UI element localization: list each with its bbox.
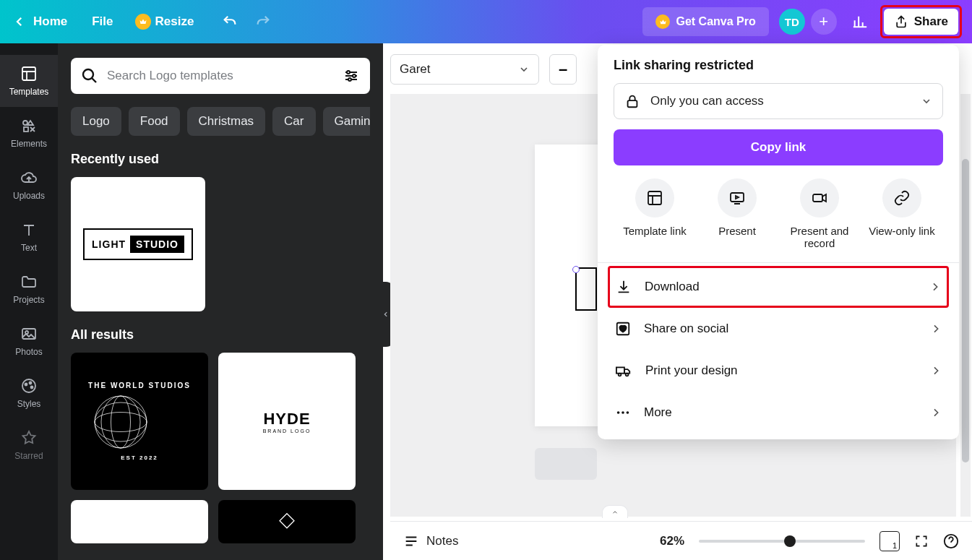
template-item[interactable] (218, 500, 356, 543)
chevron-right-icon (930, 323, 942, 335)
template-hyde[interactable]: HYDE BRAND LOGO (218, 353, 356, 490)
templates-panel: Logo Food Christmas Car Gaming Recently … (58, 43, 383, 560)
template-text: THE WORLD STUDIOS (88, 382, 191, 389)
svg-point-7 (30, 382, 32, 384)
share-button-highlight: Share (880, 5, 962, 38)
styles-icon (20, 377, 38, 395)
rail-uploads[interactable]: Uploads (0, 159, 58, 211)
user-avatar[interactable]: TD (779, 9, 805, 35)
share-social-label: Share on social (644, 322, 728, 336)
download-button[interactable]: Download (608, 266, 949, 308)
chip-logo[interactable]: Logo (71, 107, 121, 136)
share-opt-label: Template link (623, 225, 687, 237)
svg-point-15 (111, 396, 131, 448)
rail-elements[interactable]: Elements (0, 107, 58, 159)
truck-icon (615, 363, 632, 379)
rail-templates[interactable]: Templates (0, 55, 58, 107)
svg-point-11 (353, 74, 356, 77)
record-icon (811, 189, 828, 207)
rail-label: Elements (11, 139, 47, 149)
access-selector[interactable]: Only you can access (614, 83, 943, 119)
resize-label: Resize (155, 14, 194, 29)
svg-rect-0 (22, 67, 35, 80)
more-button[interactable]: More (614, 392, 943, 434)
fullscreen-button[interactable] (914, 534, 929, 548)
vertical-scrollbar[interactable] (960, 94, 971, 517)
add-page-button[interactable] (535, 448, 597, 480)
chip-gaming[interactable]: Gaming (323, 107, 371, 136)
uploads-icon (20, 169, 38, 186)
download-label: Download (645, 280, 700, 294)
help-button[interactable] (943, 533, 959, 549)
share-present[interactable]: Present (697, 178, 777, 249)
link-icon (893, 189, 911, 207)
expand-pages-button[interactable] (602, 505, 628, 518)
search-input[interactable] (107, 69, 334, 83)
share-button[interactable]: Share (884, 9, 958, 35)
notes-button[interactable]: Notes (403, 533, 458, 549)
notes-label: Notes (426, 534, 458, 548)
svg-point-12 (348, 78, 351, 81)
svg-rect-18 (628, 100, 637, 107)
rail-styles[interactable]: Styles (0, 367, 58, 419)
svg-point-9 (83, 69, 93, 79)
photos-icon (20, 325, 38, 343)
topbar: Home File Resize Get Canva Pro TD + Shar… (0, 0, 972, 43)
back-icon[interactable] (10, 12, 29, 31)
selection-handle[interactable] (572, 266, 580, 273)
download-icon (616, 279, 632, 295)
file-menu[interactable]: File (92, 14, 113, 29)
canvas-element[interactable] (575, 267, 597, 311)
notes-icon (403, 533, 419, 549)
template-text: BRAND LOGO (263, 428, 311, 434)
svg-point-10 (347, 71, 350, 74)
rail-projects[interactable]: Projects (0, 263, 58, 315)
add-member-button[interactable]: + (811, 9, 837, 35)
filter-icon[interactable] (343, 67, 360, 85)
resize-button[interactable]: Resize (135, 14, 194, 30)
copy-link-button[interactable]: Copy link (614, 129, 943, 165)
share-present-record[interactable]: Present and record (780, 178, 859, 249)
search-bar[interactable] (71, 58, 370, 94)
print-design-button[interactable]: Print your design (614, 350, 943, 392)
share-template-link[interactable]: Template link (615, 178, 694, 249)
lock-icon (624, 93, 640, 109)
bottom-bar: Notes 62% 1 (390, 521, 972, 560)
share-opt-label: Present and record (780, 225, 859, 249)
chevron-right-icon (930, 365, 942, 376)
font-selector[interactable]: Garet (390, 54, 539, 85)
rail-label: Templates (9, 87, 49, 97)
insights-button[interactable] (846, 7, 874, 36)
zoom-slider-handle[interactable] (784, 535, 796, 547)
rail-photos[interactable]: Photos (0, 315, 58, 367)
undo-button[interactable] (220, 14, 240, 30)
share-view-only[interactable]: View-only link (862, 178, 942, 249)
rail-text[interactable]: Text (0, 211, 58, 263)
chip-christmas[interactable]: Christmas (187, 107, 266, 136)
page-count-badge[interactable]: 1 (879, 531, 900, 551)
template-light-studio[interactable]: LIGHTSTUDIO (71, 177, 205, 311)
search-icon (81, 67, 98, 85)
home-link[interactable]: Home (33, 14, 67, 29)
font-size-decrease[interactable]: – (549, 54, 577, 85)
redo-button[interactable] (253, 14, 273, 30)
svg-point-26 (617, 411, 620, 414)
svg-point-6 (25, 384, 27, 386)
chip-food[interactable]: Food (129, 107, 180, 136)
rail-starred[interactable]: Starred (0, 419, 58, 471)
template-world-studios[interactable]: THE WORLD STUDIOS EST 2022 (71, 353, 208, 490)
svg-rect-23 (616, 367, 624, 373)
starred-icon (20, 429, 38, 447)
svg-point-25 (626, 374, 629, 376)
chip-car[interactable]: Car (272, 107, 315, 136)
template-item[interactable] (71, 500, 208, 543)
svg-point-17 (95, 402, 147, 441)
get-pro-button[interactable]: Get Canva Pro (642, 7, 768, 36)
svg-point-5 (22, 379, 35, 392)
rail-label: Photos (15, 347, 42, 357)
share-on-social-button[interactable]: Share on social (614, 308, 943, 350)
zoom-level[interactable]: 62% (660, 534, 684, 548)
zoom-slider[interactable] (699, 540, 865, 543)
template-text: LIGHT (92, 238, 126, 250)
template-text: EST 2022 (88, 455, 191, 461)
